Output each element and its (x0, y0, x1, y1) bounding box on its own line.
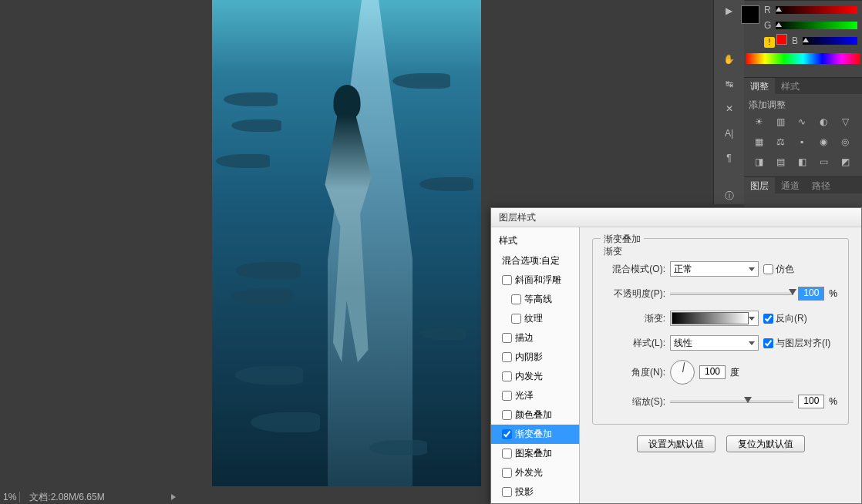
posterize-icon[interactable]: ▤ (772, 155, 789, 169)
layer-style-dialog: 图层样式 样式 混合选项:自定 斜面和浮雕 等高线 纹理 描边 内阴影 内发光 … (490, 207, 862, 504)
mixer-icon[interactable]: ◎ (837, 135, 854, 149)
doc-size: 文档:2.08M/6.65M (26, 491, 107, 504)
dither-checkbox[interactable]: 仿色 (763, 263, 794, 276)
channel-label: G (764, 20, 771, 31)
scale-input[interactable]: 100 (798, 395, 824, 408)
document-canvas[interactable] (212, 0, 481, 486)
reverse-checkbox[interactable]: 反向(R) (763, 312, 807, 325)
tab-paths[interactable]: 路径 (806, 177, 837, 193)
style-stroke[interactable]: 描边 (491, 328, 579, 348)
style-bevel[interactable]: 斜面和浮雕 (491, 270, 579, 290)
blend-mode-label: 混合模式(O): (604, 263, 665, 276)
tab-style[interactable]: 样式 (775, 78, 806, 94)
angle-label: 角度(N): (604, 366, 665, 379)
adjustments-panel: 添加调整 ☀ ▥ ∿ ◐ ▽ ▦ ⚖ ▪ ◉ ◎ ◨ ▤ ◧ ▭ ◩ (744, 94, 862, 176)
brightness-icon[interactable]: ☀ (750, 115, 767, 129)
image-content (278, 54, 416, 424)
wrench-icon[interactable]: ✕ (721, 101, 738, 116)
channel-label: B (792, 35, 798, 46)
group-label: 渐变叠加 (601, 233, 644, 246)
reset-default-button[interactable]: 复位为默认值 (726, 435, 805, 452)
bw-icon[interactable]: ▪ (793, 135, 810, 149)
adjustments-title: 添加调整 (749, 99, 857, 112)
image-content (369, 440, 427, 455)
style-combo[interactable]: 线性 (670, 335, 759, 351)
style-label: 样式(L): (604, 337, 665, 350)
style-texture[interactable]: 纹理 (491, 309, 579, 328)
zoom-level[interactable]: 1% (0, 492, 19, 502)
red-slider[interactable] (776, 6, 857, 14)
play-icon[interactable]: ▶ (721, 3, 738, 18)
pct-label: % (829, 396, 837, 407)
style-list: 样式 混合选项:自定 斜面和浮雕 等高线 纹理 描边 内阴影 内发光 光泽 颜色… (491, 227, 580, 503)
style-outer-glow[interactable]: 外发光 (491, 463, 579, 482)
selective-icon[interactable]: ◩ (837, 155, 854, 169)
dialog-title: 图层样式 (491, 208, 861, 227)
style-inner-shadow[interactable]: 内阴影 (491, 348, 579, 367)
character-icon[interactable]: A| (721, 126, 738, 141)
tab-channels[interactable]: 通道 (775, 177, 806, 193)
scale-label: 缩放(S): (604, 395, 665, 408)
angle-input[interactable]: 100 (699, 365, 726, 379)
scroll-arrow-icon[interactable] (171, 494, 185, 500)
style-contour[interactable]: 等高线 (491, 290, 579, 309)
align-checkbox[interactable]: 与图层对齐(I) (763, 337, 830, 350)
vibrance-icon[interactable]: ▽ (837, 115, 854, 129)
blue-slider[interactable] (803, 37, 857, 45)
panels-dock: 思缘设计论坛 WWW.MISSYUAN.COM R G ! B 调整 样式 添加… (744, 0, 862, 209)
exposure-icon[interactable]: ◐ (815, 115, 832, 129)
layers-tabs: 图层 通道 路径 (744, 176, 862, 193)
group-inner-label: 渐变 (604, 245, 622, 258)
layers-panel (744, 193, 862, 209)
tab-adjust[interactable]: 调整 (744, 78, 775, 94)
style-satin[interactable]: 光泽 (491, 386, 579, 405)
photo-filter-icon[interactable]: ◉ (815, 135, 832, 149)
foreground-swatch[interactable] (736, 1, 764, 28)
opacity-input[interactable]: 100 (798, 287, 824, 301)
scale-slider[interactable] (670, 400, 793, 403)
invert-icon[interactable]: ◨ (750, 155, 767, 169)
hand-icon[interactable]: ✋ (721, 52, 738, 67)
swatch-icon[interactable] (776, 34, 787, 45)
style-inner-glow[interactable]: 内发光 (491, 367, 579, 386)
angle-wheel[interactable] (670, 360, 695, 385)
tab-layers[interactable]: 图层 (744, 177, 775, 193)
blend-mode-combo[interactable]: 正常 (670, 261, 759, 277)
info-icon[interactable]: ⓘ (721, 189, 738, 204)
list-header[interactable]: 样式 (491, 230, 579, 251)
image-content (419, 177, 473, 191)
style-blending-options[interactable]: 混合选项:自定 (491, 251, 579, 270)
image-content (231, 119, 281, 132)
gradient-picker[interactable] (670, 311, 759, 326)
gradient-overlay-pane: 渐变叠加 渐变 混合模式(O): 正常 仿色 不透明度(P): 100 % 渐变… (580, 227, 861, 503)
hue-icon[interactable]: ▦ (750, 135, 767, 149)
pct-label: % (829, 288, 837, 299)
image-content (216, 154, 270, 168)
style-pattern-overlay[interactable]: 图案叠加 (491, 444, 579, 463)
adjust-tabs: 调整 样式 (744, 77, 862, 94)
curves-icon[interactable]: ∿ (793, 115, 810, 129)
image-content (419, 328, 466, 340)
balance-icon[interactable]: ⚖ (772, 135, 789, 149)
gradient-map-icon[interactable]: ▭ (815, 155, 832, 169)
make-default-button[interactable]: 设置为默认值 (637, 435, 716, 452)
switches-icon[interactable]: ↹ (721, 76, 738, 92)
opacity-label: 不透明度(P): (604, 287, 665, 301)
green-slider[interactable] (776, 22, 857, 29)
degree-label: 度 (730, 366, 739, 379)
right-toolbar: ▶ ✋ ↹ ✕ A| ¶ ⓘ (713, 0, 744, 204)
status-bar: 1% 文档:2.08M/6.65M (0, 490, 185, 504)
style-gradient-overlay[interactable]: 渐变叠加 (491, 425, 579, 444)
gradient-label: 渐变: (604, 312, 665, 325)
paragraph-icon[interactable]: ¶ (721, 150, 738, 166)
channel-label: R (764, 5, 771, 15)
spectrum-bar[interactable] (746, 53, 860, 64)
image-content (224, 92, 278, 106)
style-drop-shadow[interactable]: 投影 (491, 482, 579, 502)
opacity-slider[interactable] (670, 292, 793, 295)
threshold-icon[interactable]: ◧ (793, 155, 810, 169)
style-color-overlay[interactable]: 颜色叠加 (491, 405, 579, 425)
levels-icon[interactable]: ▥ (772, 115, 789, 129)
color-panel: R G ! B (744, 0, 862, 77)
warning-icon[interactable]: ! (764, 37, 775, 48)
